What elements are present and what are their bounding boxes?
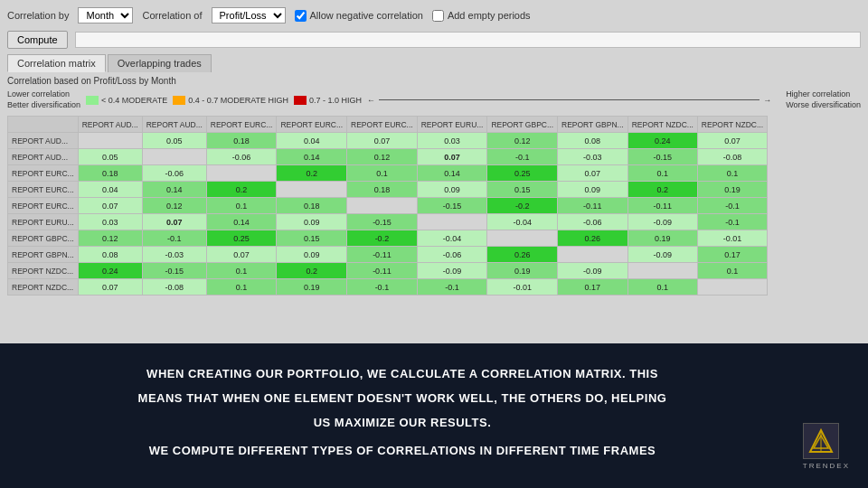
arrow-container: ← →: [367, 96, 771, 105]
correlation-by-select[interactable]: Month: [78, 7, 133, 23]
matrix-cell: 0.24: [78, 263, 142, 279]
toolbar: Correlation by Month Correlation of Prof…: [7, 7, 861, 23]
matrix-cell: 0.07: [558, 165, 628, 182]
matrix-cell: -0.1: [417, 279, 487, 296]
table-row: REPORT EURC...0.070.120.10.18-0.15-0.2-0…: [8, 198, 768, 214]
compute-button[interactable]: Compute: [7, 31, 68, 49]
matrix-cell: -0.09: [558, 263, 628, 279]
matrix-cell: 0.07: [697, 133, 767, 149]
matrix-cell: 0.2: [627, 182, 697, 198]
correlation-info: Correlation based on Profit/Loss by Mont…: [7, 76, 861, 86]
matrix-cell: 0.1: [697, 165, 767, 182]
matrix-cell: -0.06: [142, 165, 206, 182]
table-row: REPORT NZDC...0.24-0.150.10.2-0.11-0.090…: [8, 263, 768, 279]
matrix-cell: 0.05: [142, 133, 206, 149]
tab-bar: Correlation matrix Overlapping trades: [7, 54, 861, 72]
matrix-row-header: REPORT EURC...: [8, 165, 79, 182]
allow-negative-checkbox[interactable]: [295, 10, 307, 22]
matrix-cell: -0.1: [697, 198, 767, 214]
table-row: REPORT EURU...0.030.070.140.09-0.15-0.04…: [8, 214, 768, 230]
matrix-cell: 0.09: [417, 182, 487, 198]
matrix-cell: [487, 230, 558, 247]
matrix-cell: -0.03: [142, 247, 206, 263]
matrix-cell: 0.05: [78, 149, 142, 165]
matrix-cell: -0.2: [487, 198, 558, 214]
matrix-cell: 0.12: [78, 230, 142, 247]
matrix-cell: -0.11: [347, 263, 418, 279]
matrix-cell: [697, 279, 767, 296]
matrix-cell: -0.08: [697, 149, 767, 165]
add-empty-checkbox[interactable]: [432, 10, 444, 22]
arrow-line: [379, 99, 760, 100]
matrix-cell: -0.1: [487, 149, 558, 165]
matrix-cell: 0.1: [347, 165, 418, 182]
matrix-cell: 0.12: [142, 198, 206, 214]
matrix-cell: 0.15: [277, 230, 347, 247]
legend-moderate-high: 0.4 - 0.7 MODERATE HIGH: [173, 96, 288, 105]
matrix-cell: 0.25: [487, 165, 558, 182]
progress-bar: [75, 32, 861, 48]
matrix-cell: 0.12: [487, 133, 558, 149]
col-header-3: REPORT EURC...: [206, 117, 277, 133]
matrix-cell: 0.18: [347, 182, 418, 198]
matrix-cell: 0.1: [206, 279, 277, 296]
matrix-row-header: REPORT GBPN...: [8, 247, 79, 263]
correlation-of-select[interactable]: Profit/Loss: [212, 7, 286, 23]
legend-right-label: Higher correlation Worse diversification: [786, 89, 861, 110]
moderate-label: < 0.4 MODERATE: [101, 96, 167, 105]
matrix-cell: -0.15: [417, 198, 487, 214]
moderate-swatch: [86, 96, 99, 105]
high-swatch: [294, 96, 307, 105]
add-empty-label: Add empty periods: [448, 10, 531, 21]
legend-high: 0.7 - 1.0 HIGH: [294, 96, 362, 105]
matrix-cell: -0.09: [627, 214, 697, 230]
add-empty-group: Add empty periods: [432, 10, 531, 22]
matrix-cell: 0.07: [78, 198, 142, 214]
matrix-cell: [417, 214, 487, 230]
high-label: 0.7 - 1.0 HIGH: [309, 96, 362, 105]
matrix-cell: 0.07: [78, 279, 142, 296]
matrix-cell: 0.26: [487, 247, 558, 263]
matrix-cell: 0.19: [697, 182, 767, 198]
matrix-cell: 0.07: [206, 247, 277, 263]
matrix-cell: -0.11: [347, 247, 418, 263]
matrix-cell: 0.14: [417, 165, 487, 182]
matrix-cell: 0.14: [142, 182, 206, 198]
matrix-cell: 0.09: [558, 182, 628, 198]
moderate-high-label: 0.4 - 0.7 MODERATE HIGH: [188, 96, 288, 105]
matrix-cell: [558, 247, 628, 263]
matrix-cell: 0.18: [206, 133, 277, 149]
matrix-cell: 0.07: [417, 149, 487, 165]
col-header-8: REPORT GBPN...: [558, 117, 628, 133]
table-row: REPORT AUD...0.050.180.040.070.030.120.0…: [8, 133, 768, 149]
matrix-row-header: REPORT EURU...: [8, 214, 79, 230]
matrix-cell: -0.1: [142, 230, 206, 247]
col-header-7: REPORT GBPC...: [487, 117, 558, 133]
matrix-cell: 0.12: [347, 149, 418, 165]
logo-area: TRENDEX: [803, 423, 850, 470]
lower-correlation-label: Lower correlation: [7, 89, 80, 100]
matrix-cell: 0.1: [627, 279, 697, 296]
matrix-row-header: REPORT NZDC...: [8, 279, 79, 296]
matrix-cell: -0.15: [627, 149, 697, 165]
matrix-cell: 0.03: [78, 214, 142, 230]
tab-overlapping-trades[interactable]: Overlapping trades: [108, 54, 212, 72]
matrix-cell: 0.14: [277, 149, 347, 165]
matrix-header-row: REPORT AUD... REPORT AUD... REPORT EURC.…: [8, 117, 768, 133]
higher-correlation-label: Higher correlation: [786, 89, 861, 100]
bottom-section: WHEN CREATING OUR PORTFOLIO, WE CALCULAT…: [0, 343, 868, 488]
logo-text: TRENDEX: [803, 462, 850, 470]
logo-icon: [803, 423, 839, 459]
matrix-cell: [142, 149, 206, 165]
matrix-cell: 0.2: [206, 182, 277, 198]
matrix-cell: 0.18: [277, 198, 347, 214]
arrow-left: ←: [367, 96, 375, 105]
matrix-cell: 0.04: [277, 133, 347, 149]
tab-correlation-matrix[interactable]: Correlation matrix: [7, 54, 106, 72]
matrix-cell: 0.2: [277, 165, 347, 182]
correlation-by-label: Correlation by: [7, 10, 69, 21]
correlation-of-label: Correlation of: [142, 10, 202, 21]
matrix-cell: 0.2: [277, 263, 347, 279]
matrix-cell: 0.09: [277, 214, 347, 230]
matrix-cell: -0.08: [142, 279, 206, 296]
